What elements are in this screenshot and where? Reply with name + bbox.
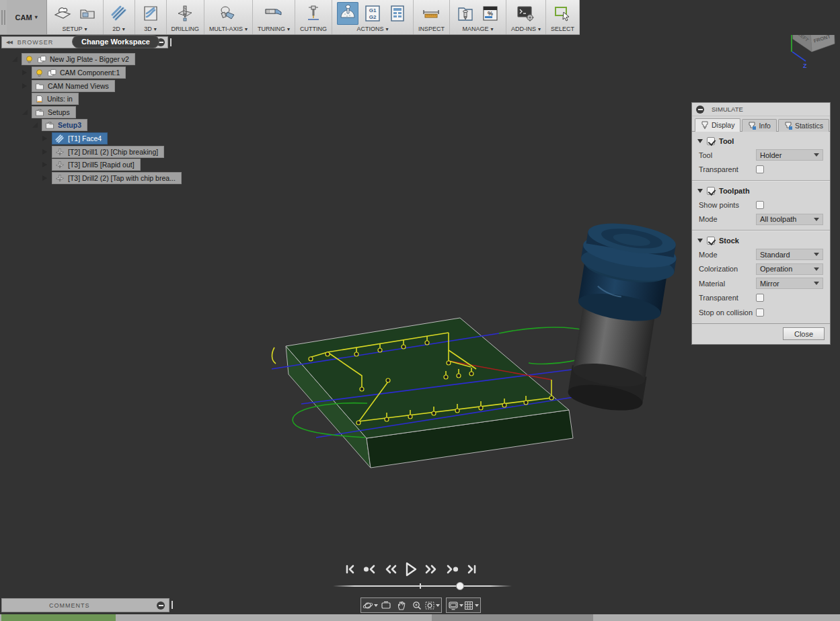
collapsed-arrow-icon[interactable] bbox=[42, 162, 47, 167]
workspace-switcher[interactable]: CAM ▾ bbox=[7, 0, 47, 34]
look-at-button[interactable] bbox=[378, 599, 393, 612]
grid-settings-button[interactable] bbox=[463, 599, 479, 612]
3d-milling-button[interactable] bbox=[140, 2, 161, 25]
status-scrollbar-thumb[interactable] bbox=[432, 614, 593, 621]
section-toolpath[interactable]: Toolpath bbox=[692, 184, 830, 198]
fast-forward-button[interactable] bbox=[424, 563, 438, 575]
collapsed-arrow-icon[interactable] bbox=[22, 70, 27, 75]
tab-display[interactable]: Display bbox=[695, 118, 740, 132]
display-settings-button[interactable] bbox=[448, 599, 463, 612]
show-points-checkbox[interactable] bbox=[756, 201, 764, 209]
tree-row-selected[interactable]: [T1] Face4 bbox=[42, 132, 108, 144]
comments-resize-grip[interactable] bbox=[171, 601, 173, 609]
view-cube[interactable]: TOP LEFT FRONT Y Z bbox=[789, 35, 835, 69]
post-process-button[interactable]: G1 G2 bbox=[362, 2, 383, 25]
cutting-button-label[interactable]: CUTTING bbox=[300, 26, 327, 34]
next-operation-button[interactable] bbox=[445, 563, 459, 575]
tree-row[interactable]: [T2] Drill1 (2) [Chip breaking] bbox=[42, 146, 164, 158]
go-to-end-button[interactable] bbox=[465, 563, 478, 575]
3d-menu[interactable]: 3D ▾ bbox=[144, 26, 157, 34]
tree-row[interactable]: New Jig Plate - Bigger v2 bbox=[12, 53, 135, 65]
tool-library-button[interactable] bbox=[455, 2, 476, 25]
stock-transparent-checkbox[interactable] bbox=[756, 294, 764, 302]
zoom-button[interactable] bbox=[409, 599, 424, 612]
simulation-timeline-slider[interactable] bbox=[333, 585, 512, 587]
stop-on-collision-checkbox[interactable] bbox=[756, 308, 764, 317]
simulate-button[interactable] bbox=[337, 2, 358, 25]
simulation-playback-controls bbox=[344, 559, 478, 579]
expanded-arrow-icon[interactable] bbox=[32, 122, 38, 128]
inspect-button-label[interactable]: INSPECT bbox=[418, 26, 445, 34]
visibility-bulb-icon[interactable] bbox=[25, 55, 34, 64]
tree-row[interactable]: Setups bbox=[22, 106, 76, 118]
section-collapse-icon[interactable] bbox=[697, 189, 703, 193]
multi-axis-button[interactable] bbox=[217, 2, 239, 25]
task-manager-button[interactable]: % bbox=[480, 2, 501, 25]
material-dropdown[interactable]: Mirror bbox=[756, 278, 823, 289]
tool-visible-checkbox[interactable] bbox=[707, 137, 715, 145]
minimize-comments-icon[interactable] bbox=[157, 602, 165, 610]
select-button[interactable] bbox=[551, 2, 573, 25]
expanded-arrow-icon[interactable] bbox=[12, 56, 17, 62]
orbit-button[interactable] bbox=[362, 599, 378, 612]
collapse-panel-icon[interactable]: ◀◀ bbox=[6, 40, 12, 45]
fit-button[interactable] bbox=[424, 599, 440, 612]
close-button[interactable]: Close bbox=[783, 327, 825, 340]
section-tool[interactable]: Tool bbox=[692, 134, 830, 148]
section-collapse-icon[interactable] bbox=[697, 139, 703, 143]
browser-resize-grip[interactable] bbox=[170, 38, 171, 46]
collapsed-arrow-icon[interactable] bbox=[42, 175, 47, 181]
tab-info[interactable]: Info bbox=[742, 119, 777, 132]
turning-button[interactable] bbox=[263, 2, 284, 25]
addins-menu[interactable]: ADD-INS ▾ bbox=[511, 26, 541, 34]
tab-statistics[interactable]: Statistics bbox=[778, 119, 829, 132]
toolpath-mode-dropdown[interactable]: All toolpath bbox=[756, 214, 823, 225]
2d-milling-button[interactable] bbox=[108, 2, 130, 25]
tree-row[interactable]: CAM Named Views bbox=[22, 80, 115, 92]
pan-button[interactable] bbox=[393, 599, 409, 612]
toolpath-visible-checkbox[interactable] bbox=[707, 187, 715, 195]
tree-row[interactable]: [T3] Drill5 [Rapid out] bbox=[42, 159, 141, 171]
play-button[interactable] bbox=[404, 561, 418, 577]
toolbar-group-2d: 2D ▾ bbox=[104, 0, 135, 34]
setup-sheet-button[interactable] bbox=[387, 2, 408, 25]
stock-mode-dropdown[interactable]: Standard bbox=[756, 249, 823, 260]
timeline-handle[interactable] bbox=[456, 582, 464, 590]
tree-row[interactable]: [T3] Drill2 (2) [Tap with chip brea... bbox=[42, 172, 182, 184]
play-backward-button[interactable] bbox=[383, 563, 398, 575]
section-stock[interactable]: Stock bbox=[692, 234, 830, 247]
cutting-button[interactable] bbox=[303, 2, 324, 25]
actions-menu[interactable]: ACTIONS ▾ bbox=[356, 26, 388, 34]
drilling-button-label[interactable]: DRILLING bbox=[171, 26, 200, 34]
multi-axis-menu[interactable]: MULTI-AXIS ▾ bbox=[209, 26, 247, 34]
drilling-button[interactable] bbox=[174, 2, 196, 25]
tree-row[interactable]: Setup3 bbox=[32, 119, 87, 131]
manage-menu[interactable]: MANAGE ▾ bbox=[462, 26, 493, 34]
new-setup-button[interactable] bbox=[52, 2, 73, 25]
previous-operation-button[interactable] bbox=[362, 563, 377, 575]
2d-menu[interactable]: 2D ▾ bbox=[112, 26, 125, 34]
toolbar-grip[interactable] bbox=[0, 0, 7, 34]
minimize-dialog-icon[interactable] bbox=[696, 106, 704, 114]
section-collapse-icon[interactable] bbox=[697, 239, 703, 243]
collapsed-arrow-icon[interactable] bbox=[42, 149, 47, 155]
turning-menu[interactable]: TURNING ▾ bbox=[258, 26, 290, 34]
expanded-arrow-icon[interactable] bbox=[22, 110, 28, 115]
stock-visible-checkbox[interactable] bbox=[707, 237, 715, 245]
colorization-dropdown[interactable]: Operation bbox=[756, 263, 823, 275]
tree-row[interactable]: CAM Component:1 bbox=[22, 67, 126, 79]
scripts-addins-button[interactable] bbox=[515, 2, 537, 25]
simulate-dialog-header[interactable]: SIMULATE bbox=[692, 103, 830, 116]
new-folder-button[interactable] bbox=[77, 2, 98, 25]
tool-dropdown[interactable]: Holder bbox=[756, 149, 823, 161]
collapsed-arrow-icon[interactable] bbox=[42, 136, 47, 141]
go-to-start-button[interactable] bbox=[344, 563, 356, 575]
tree-row[interactable]: Units: in bbox=[32, 93, 79, 105]
visibility-bulb-icon[interactable] bbox=[35, 69, 44, 77]
tool-transparent-checkbox[interactable] bbox=[756, 165, 764, 173]
select-button-label[interactable]: SELECT bbox=[551, 26, 574, 34]
measure-button[interactable] bbox=[420, 2, 442, 25]
comments-bar[interactable]: COMMENTS bbox=[1, 598, 169, 612]
setup-menu[interactable]: SETUP ▾ bbox=[63, 26, 87, 34]
collapsed-arrow-icon[interactable] bbox=[22, 83, 27, 89]
